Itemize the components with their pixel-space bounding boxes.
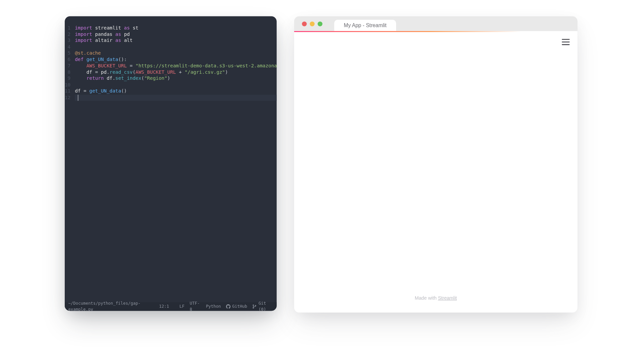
window-controls bbox=[302, 21, 322, 26]
status-github[interactable]: GitHub bbox=[226, 303, 247, 310]
line-number: 2 bbox=[65, 31, 70, 38]
browser-tab[interactable]: My App - Streamlit bbox=[334, 20, 396, 31]
line-number-gutter: 123456789101112 bbox=[65, 25, 75, 302]
app-viewport: Made with Streamlit bbox=[294, 31, 578, 313]
line-number: 7 bbox=[65, 63, 70, 69]
code-line[interactable]: @st.cache bbox=[75, 50, 277, 57]
close-window-icon[interactable] bbox=[302, 21, 307, 26]
code-editor-body[interactable]: 123456789101112 import streamlit as stim… bbox=[65, 16, 277, 302]
status-line-ending[interactable]: LF bbox=[179, 303, 184, 310]
status-github-label: GitHub bbox=[232, 303, 247, 310]
loading-progress-bar bbox=[294, 31, 521, 32]
browser-tab-title: My App - Streamlit bbox=[344, 22, 386, 28]
line-number: 5 bbox=[65, 50, 70, 57]
status-language[interactable]: Python bbox=[206, 303, 221, 310]
github-icon bbox=[226, 304, 230, 309]
hamburger-menu-icon[interactable] bbox=[562, 39, 570, 45]
line-number: 9 bbox=[65, 75, 70, 82]
code-line[interactable]: return df.set_index("Region") bbox=[75, 75, 277, 82]
code-line[interactable]: import pandas as pd bbox=[75, 31, 277, 38]
minimize-window-icon[interactable] bbox=[310, 21, 315, 26]
line-number: 4 bbox=[65, 44, 70, 50]
footer-prefix: Made with bbox=[415, 295, 438, 301]
line-number: 11 bbox=[65, 88, 70, 95]
browser-chrome: My App - Streamlit bbox=[294, 16, 578, 31]
code-line[interactable]: df = get_UN_data() bbox=[75, 88, 277, 95]
code-editor-window: 123456789101112 import streamlit as stim… bbox=[65, 16, 277, 311]
line-number: 12 bbox=[65, 95, 70, 101]
code-area[interactable]: import streamlit as stimport pandas as p… bbox=[75, 25, 277, 302]
editor-status-bar: ~/Documents/python_files/gap-example.py … bbox=[65, 302, 277, 311]
footer-streamlit-link[interactable]: Streamlit bbox=[438, 295, 457, 301]
code-line[interactable]: import streamlit as st bbox=[75, 25, 277, 32]
svg-point-1 bbox=[253, 307, 254, 308]
code-line[interactable]: df = pd.read_csv(AWS_BUCKET_URL + "/agri… bbox=[75, 69, 277, 76]
svg-point-0 bbox=[253, 305, 254, 306]
code-line[interactable]: def get_UN_data(): bbox=[75, 57, 277, 63]
line-number: 3 bbox=[65, 38, 70, 44]
line-number: 10 bbox=[65, 82, 70, 88]
line-number: 6 bbox=[65, 57, 70, 63]
code-line[interactable] bbox=[75, 95, 277, 101]
maximize-window-icon[interactable] bbox=[318, 21, 322, 26]
svg-point-2 bbox=[255, 305, 256, 306]
browser-window: My App - Streamlit Made with Streamlit bbox=[294, 16, 578, 313]
status-cursor-position: 12:1 bbox=[159, 303, 169, 310]
git-branch-icon bbox=[253, 304, 257, 309]
footer-attribution: Made with Streamlit bbox=[294, 295, 578, 301]
line-number: 8 bbox=[65, 69, 70, 76]
code-line[interactable] bbox=[75, 44, 277, 50]
line-number: 1 bbox=[65, 25, 70, 32]
code-line[interactable]: import altair as alt bbox=[75, 38, 277, 44]
code-line[interactable]: AWS_BUCKET_URL = "https://streamlit-demo… bbox=[75, 63, 277, 69]
code-line[interactable] bbox=[75, 82, 277, 88]
